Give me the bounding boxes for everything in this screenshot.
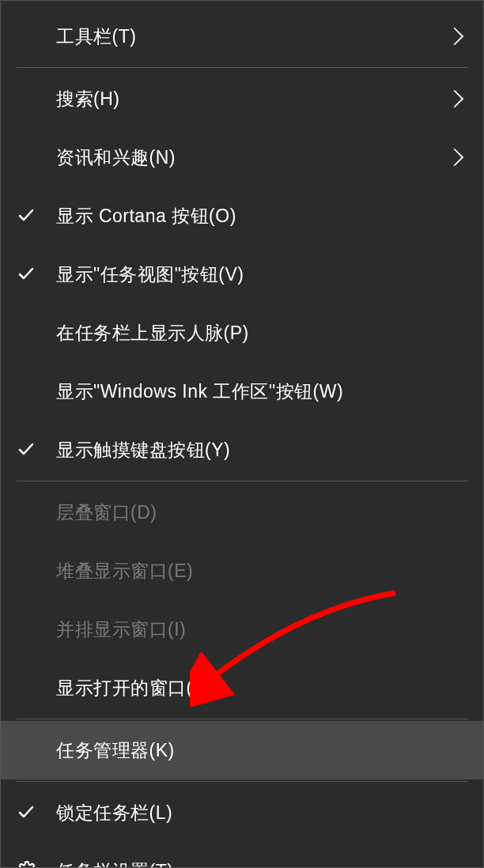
menu-item[interactable]: 任务栏设置(T) bbox=[1, 842, 483, 868]
menu-item-icon-slot bbox=[17, 264, 56, 285]
menu-item[interactable]: 显示打开的窗口(S) bbox=[1, 659, 483, 717]
menu-item: 层叠窗口(D) bbox=[1, 483, 483, 542]
menu-item-label: 显示打开的窗口(S) bbox=[56, 676, 439, 700]
checkmark-icon bbox=[17, 206, 37, 226]
menu-item-label: 显示触摸键盘按钮(Y) bbox=[56, 438, 439, 462]
menu-item-arrow-slot bbox=[439, 149, 463, 166]
menu-item-label: 显示 Cortana 按钮(O) bbox=[56, 204, 439, 228]
menu-item-label: 任务栏设置(T) bbox=[56, 859, 439, 869]
menu-item-icon-slot bbox=[17, 206, 56, 226]
menu-item-label: 在任务栏上显示人脉(P) bbox=[56, 321, 439, 345]
menu-item-label: 资讯和兴趣(N) bbox=[56, 145, 439, 170]
menu-item-label: 工具栏(T) bbox=[56, 25, 439, 49]
menu-separator bbox=[17, 481, 467, 481]
menu-item[interactable]: 显示 Cortana 按钮(O) bbox=[1, 187, 483, 245]
menu-separator bbox=[17, 719, 467, 719]
menu-item: 并排显示窗口(I) bbox=[1, 600, 483, 659]
menu-item: 堆叠显示窗口(E) bbox=[1, 542, 483, 600]
menu-item[interactable]: 资讯和兴趣(N) bbox=[1, 128, 483, 187]
menu-item-label: 显示"任务视图"按钮(V) bbox=[56, 262, 439, 287]
menu-item-icon-slot bbox=[17, 861, 56, 868]
checkmark-icon bbox=[17, 264, 37, 285]
menu-item-arrow-slot bbox=[439, 90, 463, 108]
menu-item[interactable]: 显示"任务视图"按钮(V) bbox=[1, 245, 483, 304]
checkmark-icon bbox=[17, 440, 37, 460]
menu-item-label: 堆叠显示窗口(E) bbox=[56, 559, 439, 583]
chevron-right-icon bbox=[452, 90, 463, 108]
menu-item-label: 任务管理器(K) bbox=[56, 738, 439, 763]
menu-item[interactable]: 搜索(H) bbox=[1, 70, 483, 128]
menu-item-label: 层叠窗口(D) bbox=[56, 500, 439, 525]
menu-item-arrow-slot bbox=[439, 28, 463, 45]
menu-item[interactable]: 锁定任务栏(L) bbox=[1, 783, 483, 842]
checkmark-icon bbox=[17, 802, 37, 823]
menu-item-label: 并排显示窗口(I) bbox=[56, 617, 439, 642]
chevron-right-icon bbox=[452, 28, 463, 45]
menu-item-icon-slot bbox=[17, 802, 56, 823]
gear-icon bbox=[17, 861, 37, 868]
menu-item-icon-slot bbox=[17, 440, 56, 460]
menu-item-label: 显示"Windows Ink 工作区"按钮(W) bbox=[56, 379, 439, 404]
menu-separator bbox=[17, 781, 467, 782]
context-menu: 工具栏(T)搜索(H)资讯和兴趣(N)显示 Cortana 按钮(O)显示"任务… bbox=[1, 1, 483, 868]
menu-separator bbox=[17, 67, 467, 68]
menu-item[interactable]: 任务管理器(K) bbox=[1, 721, 483, 779]
menu-item[interactable]: 显示触摸键盘按钮(Y) bbox=[1, 421, 483, 479]
menu-item[interactable]: 显示"Windows Ink 工作区"按钮(W) bbox=[1, 362, 483, 421]
chevron-right-icon bbox=[452, 149, 463, 166]
menu-item[interactable]: 在任务栏上显示人脉(P) bbox=[1, 304, 483, 362]
menu-item[interactable]: 工具栏(T) bbox=[1, 7, 483, 66]
menu-item-label: 锁定任务栏(L) bbox=[56, 801, 439, 825]
menu-item-label: 搜索(H) bbox=[56, 87, 439, 111]
